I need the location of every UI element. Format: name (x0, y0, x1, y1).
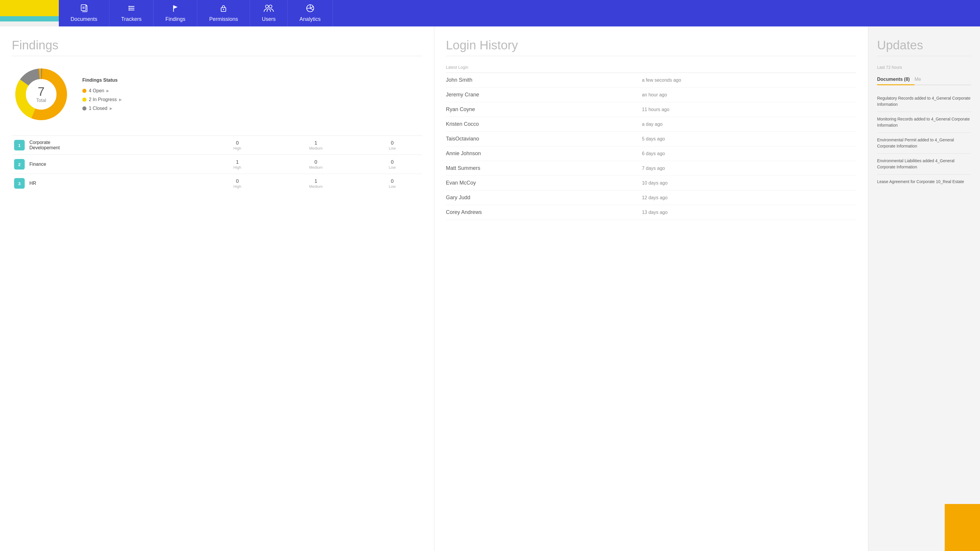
login-name: Jeremy Crane (446, 87, 642, 102)
legend-arrow-open: ▶ (107, 89, 109, 93)
row-high-label: High (208, 165, 267, 170)
updates-tabs: Documents (8) Me (877, 75, 971, 85)
login-name: Corey Andrews (446, 205, 642, 220)
svg-point-18 (269, 5, 272, 8)
login-table-row: Jeremy Crane an hour ago (446, 87, 856, 102)
row-low-cell: 0 Low (363, 174, 422, 193)
login-name: Ryan Coyne (446, 102, 642, 117)
svg-point-16 (223, 9, 224, 10)
login-history-title: Login History (446, 38, 856, 56)
login-time: a few seconds ago (642, 73, 856, 87)
nav-item-analytics[interactable]: Analytics (288, 0, 332, 27)
login-table-row: John Smith a few seconds ago (446, 73, 856, 87)
row-high-value: 1 (208, 159, 267, 165)
login-header-name: Latest Login (446, 65, 642, 73)
legend-label-inprogress: 2 In Progress (89, 97, 117, 102)
login-header-time (642, 65, 856, 73)
row-low-cell: 0 Low (363, 155, 422, 174)
users-label: Users (262, 16, 275, 22)
legend-title: Findings Status (82, 78, 122, 83)
legend-label-closed: 1 Closed (89, 106, 107, 111)
findings-label: Findings (165, 16, 185, 22)
svg-marker-14 (173, 5, 178, 9)
donut-total-label: Total (36, 98, 46, 103)
login-table-row: Corey Andrews 13 days ago (446, 205, 856, 220)
row-medium-cell: 1 Medium (269, 136, 363, 155)
updates-tab-me[interactable]: Me (915, 75, 926, 85)
update-item[interactable]: Environmental Liabilities added 4_Genera… (877, 154, 971, 175)
nav-items: Documents Trackers (59, 0, 980, 27)
row-low-label: Low (365, 146, 420, 151)
row-medium-value: 1 (272, 178, 360, 184)
findings-table-row[interactable]: 3 HR 0 High 1 Medium 0 Low (12, 174, 422, 193)
nav-item-users[interactable]: Users (250, 0, 288, 27)
row-medium-value: 0 (272, 159, 360, 165)
legend-dot-inprogress (82, 98, 86, 102)
corner-yellow-decoration (0, 0, 59, 16)
row-medium-label: Medium (272, 165, 360, 170)
donut-chart: 7 Total (12, 65, 70, 124)
findings-title: Findings (12, 38, 422, 56)
findings-legend: Findings Status 4 Open ▶ 2 In Progress ▶… (82, 78, 122, 111)
trackers-label: Trackers (121, 16, 142, 22)
row-high-value: 0 (208, 178, 267, 184)
row-high-label: High (208, 146, 267, 151)
row-high-cell: 1 High (205, 155, 269, 174)
findings-table: 1 Corporate Developement 0 High 1 Medium… (12, 135, 422, 193)
row-low-value: 0 (365, 140, 420, 146)
navbar: Dashboard Documents (0, 0, 980, 27)
nav-item-permissions[interactable]: Permissions (197, 0, 250, 27)
row-high-cell: 0 High (205, 174, 269, 193)
row-medium-label: Medium (272, 146, 360, 151)
login-table-row: TaisOctaviano 5 days ago (446, 132, 856, 146)
login-time: 6 days ago (642, 146, 856, 161)
users-icon (263, 4, 274, 14)
findings-icon (171, 4, 179, 14)
row-low-label: Low (365, 184, 420, 189)
trackers-icon (127, 4, 135, 14)
permissions-icon (220, 4, 228, 14)
login-time: 13 days ago (642, 205, 856, 220)
row-medium-label: Medium (272, 184, 360, 189)
row-medium-value: 1 (272, 140, 360, 146)
login-name: Matt Summers (446, 161, 642, 176)
legend-item-inprogress[interactable]: 2 In Progress ▶ (82, 97, 122, 102)
login-table-row: Annie Johnson 6 days ago (446, 146, 856, 161)
login-time: 7 days ago (642, 161, 856, 176)
legend-item-closed[interactable]: 1 Closed ▶ (82, 106, 122, 111)
legend-item-open[interactable]: 4 Open ▶ (82, 88, 122, 94)
nav-item-trackers[interactable]: Trackers (110, 0, 153, 27)
login-name: Gary Judd (446, 191, 642, 205)
update-item[interactable]: Environmental Permit added to 4_General … (877, 133, 971, 154)
login-table-row: Gary Judd 12 days ago (446, 191, 856, 205)
nav-item-findings[interactable]: Findings (153, 0, 197, 27)
login-name: John Smith (446, 73, 642, 87)
findings-table-row[interactable]: 1 Corporate Developement 0 High 1 Medium… (12, 136, 422, 155)
row-name: HR (27, 174, 205, 193)
login-name: Kristen Cocco (446, 117, 642, 132)
svg-rect-4 (81, 5, 86, 11)
row-name: Finance (27, 155, 205, 174)
updates-tab-documents[interactable]: Documents (8) (877, 75, 915, 85)
login-table-row: Kristen Cocco a day ago (446, 117, 856, 132)
updates-title: Updates (877, 38, 971, 56)
row-high-value: 0 (208, 140, 267, 146)
login-time: 12 days ago (642, 191, 856, 205)
login-panel: Login History Latest Login John Smith a … (434, 27, 869, 551)
update-item[interactable]: Regulatory Records added to 4_General Co… (877, 91, 971, 112)
update-item[interactable]: Monitoring Records added to 4_General Co… (877, 112, 971, 133)
row-name: Corporate Developement (27, 136, 205, 155)
corner-orange-decoration (945, 504, 980, 551)
updates-panel: Updates Last 72 hours Documents (8) Me R… (868, 27, 980, 551)
login-name: TaisOctaviano (446, 132, 642, 146)
donut-total-number: 7 (36, 86, 46, 98)
login-time: 10 days ago (642, 176, 856, 191)
documents-label: Documents (70, 16, 97, 22)
svg-point-17 (266, 5, 269, 8)
analytics-icon (306, 4, 315, 14)
login-table-row: Ryan Coyne 11 hours ago (446, 102, 856, 117)
row-medium-cell: 0 Medium (269, 155, 363, 174)
update-item[interactable]: Lease Agreement for Corporate 10_Real Es… (877, 175, 971, 189)
findings-table-row[interactable]: 2 Finance 1 High 0 Medium 0 Low (12, 155, 422, 174)
nav-item-documents[interactable]: Documents (59, 0, 110, 27)
